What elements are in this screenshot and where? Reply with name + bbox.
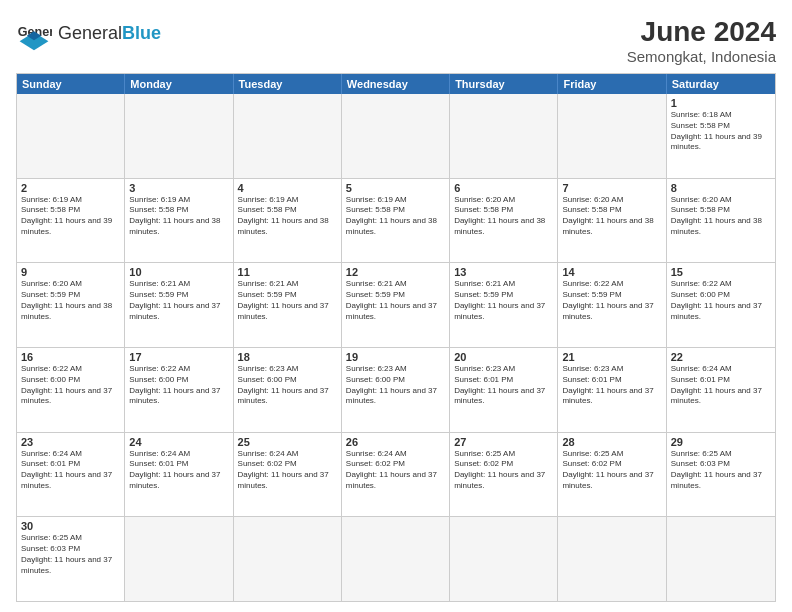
- calendar-row-2: 9Sunrise: 6:20 AMSunset: 5:59 PMDaylight…: [17, 262, 775, 347]
- header-tuesday: Tuesday: [234, 74, 342, 94]
- cell-info: Sunrise: 6:20 AMSunset: 5:58 PMDaylight:…: [562, 195, 661, 238]
- calendar-row-1: 2Sunrise: 6:19 AMSunset: 5:58 PMDaylight…: [17, 178, 775, 263]
- day-number: 12: [346, 266, 445, 278]
- table-row: 4Sunrise: 6:19 AMSunset: 5:58 PMDaylight…: [234, 179, 342, 263]
- day-number: 26: [346, 436, 445, 448]
- table-row: 30Sunrise: 6:25 AMSunset: 6:03 PMDayligh…: [17, 517, 125, 601]
- table-row: [342, 94, 450, 178]
- calendar-header: Sunday Monday Tuesday Wednesday Thursday…: [17, 74, 775, 94]
- table-row: 3Sunrise: 6:19 AMSunset: 5:58 PMDaylight…: [125, 179, 233, 263]
- cell-info: Sunrise: 6:21 AMSunset: 5:59 PMDaylight:…: [346, 279, 445, 322]
- table-row: [450, 517, 558, 601]
- cell-info: Sunrise: 6:24 AMSunset: 6:01 PMDaylight:…: [129, 449, 228, 492]
- table-row: [234, 94, 342, 178]
- cell-info: Sunrise: 6:23 AMSunset: 6:01 PMDaylight:…: [454, 364, 553, 407]
- cell-info: Sunrise: 6:21 AMSunset: 5:59 PMDaylight:…: [454, 279, 553, 322]
- table-row: 16Sunrise: 6:22 AMSunset: 6:00 PMDayligh…: [17, 348, 125, 432]
- cell-info: Sunrise: 6:21 AMSunset: 5:59 PMDaylight:…: [238, 279, 337, 322]
- table-row: 17Sunrise: 6:22 AMSunset: 6:00 PMDayligh…: [125, 348, 233, 432]
- day-number: 16: [21, 351, 120, 363]
- day-number: 17: [129, 351, 228, 363]
- generalblue-logo-icon: General: [16, 16, 52, 52]
- table-row: 14Sunrise: 6:22 AMSunset: 5:59 PMDayligh…: [558, 263, 666, 347]
- table-row: 15Sunrise: 6:22 AMSunset: 6:00 PMDayligh…: [667, 263, 775, 347]
- day-number: 23: [21, 436, 120, 448]
- day-number: 30: [21, 520, 120, 532]
- cell-info: Sunrise: 6:19 AMSunset: 5:58 PMDaylight:…: [346, 195, 445, 238]
- table-row: 26Sunrise: 6:24 AMSunset: 6:02 PMDayligh…: [342, 433, 450, 517]
- day-number: 10: [129, 266, 228, 278]
- day-number: 3: [129, 182, 228, 194]
- table-row: 27Sunrise: 6:25 AMSunset: 6:02 PMDayligh…: [450, 433, 558, 517]
- logo-text: GeneralBlue: [58, 24, 161, 44]
- cell-info: Sunrise: 6:24 AMSunset: 6:01 PMDaylight:…: [21, 449, 120, 492]
- table-row: [667, 517, 775, 601]
- day-number: 11: [238, 266, 337, 278]
- cell-info: Sunrise: 6:18 AMSunset: 5:58 PMDaylight:…: [671, 110, 771, 153]
- calendar-body: 1Sunrise: 6:18 AMSunset: 5:58 PMDaylight…: [17, 94, 775, 601]
- logo: General GeneralBlue: [16, 16, 161, 52]
- day-number: 21: [562, 351, 661, 363]
- calendar-row-4: 23Sunrise: 6:24 AMSunset: 6:01 PMDayligh…: [17, 432, 775, 517]
- day-number: 4: [238, 182, 337, 194]
- cell-info: Sunrise: 6:20 AMSunset: 5:58 PMDaylight:…: [671, 195, 771, 238]
- table-row: 20Sunrise: 6:23 AMSunset: 6:01 PMDayligh…: [450, 348, 558, 432]
- table-row: 7Sunrise: 6:20 AMSunset: 5:58 PMDaylight…: [558, 179, 666, 263]
- table-row: 11Sunrise: 6:21 AMSunset: 5:59 PMDayligh…: [234, 263, 342, 347]
- cell-info: Sunrise: 6:19 AMSunset: 5:58 PMDaylight:…: [129, 195, 228, 238]
- table-row: [125, 517, 233, 601]
- table-row: 23Sunrise: 6:24 AMSunset: 6:01 PMDayligh…: [17, 433, 125, 517]
- cell-info: Sunrise: 6:20 AMSunset: 5:58 PMDaylight:…: [454, 195, 553, 238]
- title-block: June 2024 Semongkat, Indonesia: [627, 16, 776, 65]
- calendar: Sunday Monday Tuesday Wednesday Thursday…: [16, 73, 776, 602]
- table-row: 9Sunrise: 6:20 AMSunset: 5:59 PMDaylight…: [17, 263, 125, 347]
- cell-info: Sunrise: 6:19 AMSunset: 5:58 PMDaylight:…: [238, 195, 337, 238]
- table-row: 28Sunrise: 6:25 AMSunset: 6:02 PMDayligh…: [558, 433, 666, 517]
- calendar-row-5: 30Sunrise: 6:25 AMSunset: 6:03 PMDayligh…: [17, 516, 775, 601]
- table-row: 22Sunrise: 6:24 AMSunset: 6:01 PMDayligh…: [667, 348, 775, 432]
- cell-info: Sunrise: 6:25 AMSunset: 6:02 PMDaylight:…: [454, 449, 553, 492]
- table-row: 25Sunrise: 6:24 AMSunset: 6:02 PMDayligh…: [234, 433, 342, 517]
- header-saturday: Saturday: [667, 74, 775, 94]
- table-row: 24Sunrise: 6:24 AMSunset: 6:01 PMDayligh…: [125, 433, 233, 517]
- table-row: 10Sunrise: 6:21 AMSunset: 5:59 PMDayligh…: [125, 263, 233, 347]
- day-number: 6: [454, 182, 553, 194]
- day-number: 9: [21, 266, 120, 278]
- day-number: 20: [454, 351, 553, 363]
- day-number: 24: [129, 436, 228, 448]
- day-number: 7: [562, 182, 661, 194]
- cell-info: Sunrise: 6:24 AMSunset: 6:01 PMDaylight:…: [671, 364, 771, 407]
- cell-info: Sunrise: 6:25 AMSunset: 6:03 PMDaylight:…: [21, 533, 120, 576]
- table-row: 29Sunrise: 6:25 AMSunset: 6:03 PMDayligh…: [667, 433, 775, 517]
- table-row: 6Sunrise: 6:20 AMSunset: 5:58 PMDaylight…: [450, 179, 558, 263]
- table-row: 1Sunrise: 6:18 AMSunset: 5:58 PMDaylight…: [667, 94, 775, 178]
- cell-info: Sunrise: 6:21 AMSunset: 5:59 PMDaylight:…: [129, 279, 228, 322]
- header-monday: Monday: [125, 74, 233, 94]
- calendar-row-0: 1Sunrise: 6:18 AMSunset: 5:58 PMDaylight…: [17, 94, 775, 178]
- cell-info: Sunrise: 6:22 AMSunset: 6:00 PMDaylight:…: [129, 364, 228, 407]
- day-number: 13: [454, 266, 553, 278]
- table-row: 18Sunrise: 6:23 AMSunset: 6:00 PMDayligh…: [234, 348, 342, 432]
- table-row: [558, 517, 666, 601]
- calendar-title: June 2024: [627, 16, 776, 48]
- cell-info: Sunrise: 6:25 AMSunset: 6:02 PMDaylight:…: [562, 449, 661, 492]
- header: General GeneralBlue June 2024 Semongkat,…: [16, 16, 776, 65]
- day-number: 22: [671, 351, 771, 363]
- cell-info: Sunrise: 6:24 AMSunset: 6:02 PMDaylight:…: [238, 449, 337, 492]
- cell-info: Sunrise: 6:23 AMSunset: 6:00 PMDaylight:…: [238, 364, 337, 407]
- header-friday: Friday: [558, 74, 666, 94]
- cell-info: Sunrise: 6:20 AMSunset: 5:59 PMDaylight:…: [21, 279, 120, 322]
- table-row: 21Sunrise: 6:23 AMSunset: 6:01 PMDayligh…: [558, 348, 666, 432]
- day-number: 2: [21, 182, 120, 194]
- cell-info: Sunrise: 6:22 AMSunset: 6:00 PMDaylight:…: [21, 364, 120, 407]
- cell-info: Sunrise: 6:24 AMSunset: 6:02 PMDaylight:…: [346, 449, 445, 492]
- day-number: 5: [346, 182, 445, 194]
- cell-info: Sunrise: 6:23 AMSunset: 6:00 PMDaylight:…: [346, 364, 445, 407]
- day-number: 15: [671, 266, 771, 278]
- table-row: 19Sunrise: 6:23 AMSunset: 6:00 PMDayligh…: [342, 348, 450, 432]
- table-row: 8Sunrise: 6:20 AMSunset: 5:58 PMDaylight…: [667, 179, 775, 263]
- calendar-subtitle: Semongkat, Indonesia: [627, 48, 776, 65]
- day-number: 1: [671, 97, 771, 109]
- day-number: 14: [562, 266, 661, 278]
- table-row: [342, 517, 450, 601]
